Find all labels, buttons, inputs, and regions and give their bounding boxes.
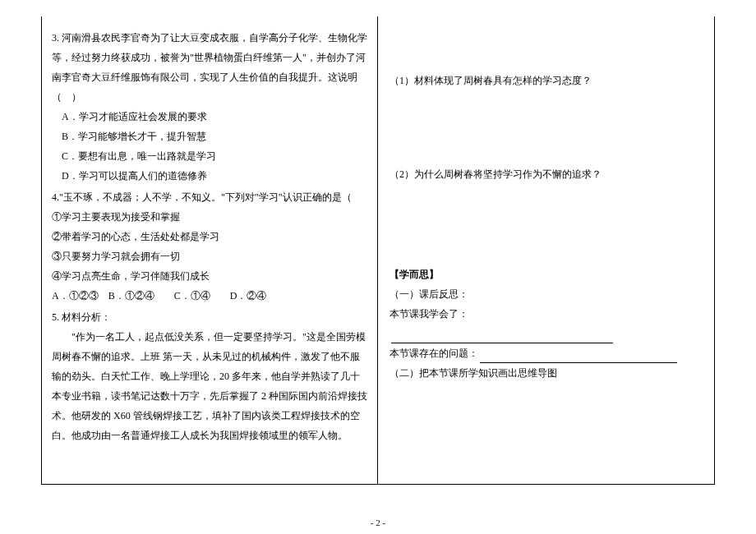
problem-blank [480,352,677,363]
q3-option-a: A．学习才能适应社会发展的要求 [52,107,367,127]
page-container: 3. 河南滑县农民李官奇为了让大豆变成衣服，自学高分子化学、生物化学等，经过努力… [0,0,756,509]
q5-body: "作为一名工人，起点低没关系，但一定要坚持学习。"这是全国劳模周树春不懈的追求。… [52,327,367,445]
learned-label: 本节课我学会了： [390,308,468,320]
right-column: （1）材料体现了周树春具有怎样的学习态度？ （2）为什么周树春将坚持学习作为不懈… [378,16,715,485]
learned-blank [391,332,613,343]
q4-options: A．①②③ B．①②④ C．①④ D．②④ [52,286,367,306]
q3-option-d: D．学习可以提高人们的道德修养 [52,166,367,186]
sub-question-1: （1）材料体现了周树春具有怎样的学习态度？ [390,71,691,90]
problem-label: 本节课存在的问题： [390,348,478,359]
q3-option-b: B．学习能够增长才干，提升智慧 [52,127,367,146]
q4-statement-1: ①学习主要表现为接受和掌握 [52,207,367,227]
mindmap-line: （二）把本节课所学知识画出思维导图 [390,363,691,383]
problem-line: 本节课存在的问题： [390,343,691,363]
q4-stem: 4."玉不琢，不成器；人不学，不知义。"下列对"学习"认识正确的是（ [52,187,367,207]
q4-statement-2: ②带着学习的心态，生活处处都是学习 [52,227,367,246]
q3-stem: 3. 河南滑县农民李官奇为了让大豆变成衣服，自学高分子化学、生物化学等，经过努力… [52,28,367,107]
sub-question-2: （2）为什么周树春将坚持学习作为不懈的追求？ [390,164,691,184]
left-column: 3. 河南滑县农民李官奇为了让大豆变成衣服，自学高分子化学、生物化学等，经过努力… [41,16,378,485]
q5-title: 5. 材料分析： [52,307,367,327]
question-4: 4."玉不琢，不成器；人不学，不知义。"下列对"学习"认识正确的是（ ①学习主要… [52,187,367,306]
reflection-heading: （一）课后反思： [390,284,691,304]
q4-statement-4: ④学习点亮生命，学习伴随我们成长 [52,266,367,286]
question-3: 3. 河南滑县农民李官奇为了让大豆变成衣服，自学高分子化学、生物化学等，经过努力… [52,28,367,186]
question-5: 5. 材料分析： "作为一名工人，起点低没关系，但一定要坚持学习。"这是全国劳模… [52,307,367,445]
xueersi-heading: 【学而思】 [390,265,691,284]
page-number: - 2 - [0,518,756,527]
xueersi-section: 【学而思】 （一）课后反思： 本节课我学会了： 本节课存在的问题： （二）把本节… [390,265,691,383]
q4-statement-3: ③只要努力学习就会拥有一切 [52,246,367,266]
learned-line: 本节课我学会了： [390,304,691,343]
q3-option-c: C．要想有出息，唯一出路就是学习 [52,146,367,166]
